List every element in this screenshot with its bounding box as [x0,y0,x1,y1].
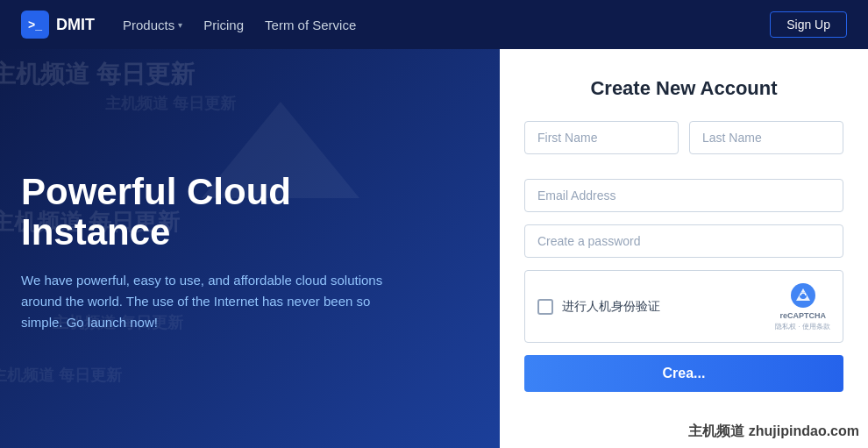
registration-card: Create New Account 进行人机身份验证 [500,49,868,448]
email-input[interactable] [524,179,843,212]
logo-text: DMIT [56,16,95,34]
recaptcha-right: reCAPTCHA 隐私权 · 使用条款 [775,281,830,331]
logo-icon: >_ [21,11,49,39]
nav-tos[interactable]: Term of Service [265,18,356,32]
first-name-input[interactable] [524,121,679,154]
recaptcha-box[interactable]: 进行人机身份验证 reCAPTCHA 隐私权 · 使用条款 [524,270,843,343]
name-row [524,121,843,167]
email-group [524,179,843,212]
watermark-3: 主机频道 每日更新 [105,93,236,114]
recaptcha-label: 进行人机身份验证 [562,299,660,315]
hero-title: Powerful Cloud Instance [21,172,389,252]
nav-products[interactable]: Products ▾ [123,18,182,32]
watermark-9: 主机频道 每日更新 [0,365,122,386]
first-name-group [524,121,679,154]
navbar: >_ DMIT Products ▾ Pricing Term of Servi… [0,0,868,49]
hero-subtitle: We have powerful, easy to use, and affor… [21,270,389,333]
chevron-down-icon: ▾ [178,20,182,30]
watermark-1: 主机频道 每日更新 [0,58,195,91]
recaptcha-links: 隐私权 · 使用条款 [775,322,830,331]
nav-pricing[interactable]: Pricing [203,18,244,32]
password-input[interactable] [524,224,843,258]
last-name-group [689,121,843,154]
hero-section: 主机频道 每日更新 ZHUJIPINDAO.COM 主机频道 每日更新 ZHUJ… [0,49,868,448]
recaptcha-icon [789,281,817,309]
registration-title: Create New Account [524,77,843,100]
recaptcha-brand: reCAPTCHA [779,311,826,320]
signup-button[interactable]: Sign Up [770,11,847,38]
recaptcha-left: 进行人机身份验证 [537,299,660,315]
create-account-button[interactable]: Crea... [524,355,843,392]
recaptcha-checkbox[interactable] [537,299,553,315]
nav-links: Products ▾ Pricing Term of Service [123,18,770,32]
logo[interactable]: >_ DMIT [21,11,95,39]
last-name-input[interactable] [689,121,843,154]
hero-content: Powerful Cloud Instance We have powerful… [21,172,389,333]
password-group [524,224,843,258]
